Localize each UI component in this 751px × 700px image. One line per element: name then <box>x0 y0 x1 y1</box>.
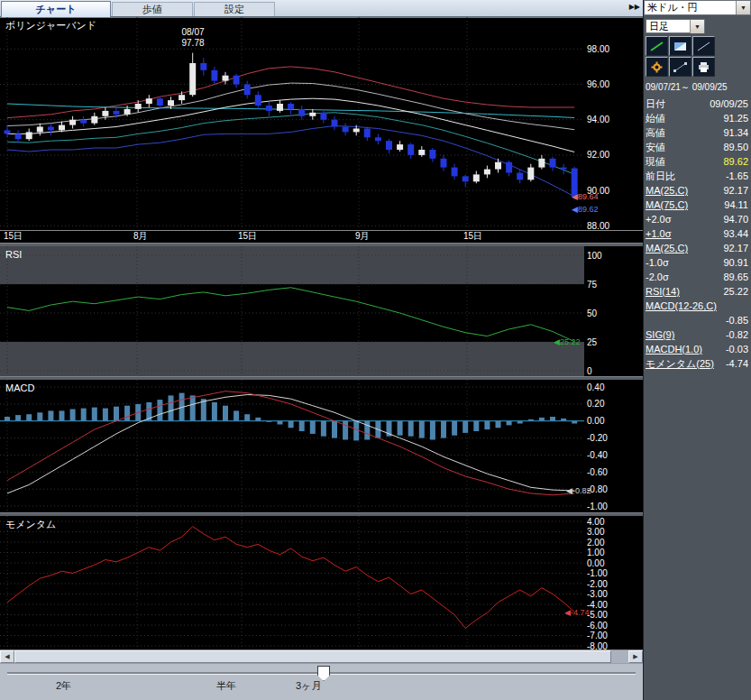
quote-value: -4.74 <box>726 356 748 371</box>
quote-value: -0.03 <box>726 342 748 356</box>
y-tick-label: 0.00 <box>587 416 605 426</box>
y-tick-label: -1.00 <box>587 568 608 578</box>
quote-row: 安値89.50 <box>644 140 751 154</box>
quote-row: +2.0σ94.70 <box>644 212 751 226</box>
y-tick-label: -1.00 <box>587 502 608 511</box>
rsi-chart[interactable]: 1007550250◀25.22RSI <box>0 246 643 377</box>
quote-row: MACD(12-26,C) <box>644 299 751 313</box>
quote-value: 89.62 <box>723 154 748 169</box>
quote-label[interactable]: MACDH(1.0) <box>646 342 702 356</box>
quote-value: 09/09/25 <box>710 97 748 111</box>
trendline-tool-button[interactable] <box>646 36 668 56</box>
period-label[interactable]: 2年 <box>56 679 71 693</box>
chevron-down-icon[interactable]: ▼ <box>690 20 704 33</box>
diagonal-line-icon <box>673 61 688 73</box>
scroll-right-icon[interactable]: ▶ <box>628 650 643 663</box>
x-axis-labels: 15日8月15日9月15日 <box>0 230 643 243</box>
quote-label[interactable]: RSI(14) <box>646 284 680 299</box>
quote-label: 安値 <box>646 140 665 154</box>
scrollbar-thumb[interactable] <box>14 650 611 663</box>
timeframe-select[interactable]: 日足 ▼ <box>646 19 705 33</box>
horizontal-scrollbar[interactable]: ◀ ▶ <box>0 649 643 663</box>
scroll-left-icon[interactable]: ◀ <box>0 650 14 663</box>
tab-bar: チャート 歩値 設定 ▶▶ <box>0 0 643 17</box>
scrollbar-track[interactable] <box>611 650 628 663</box>
peak-date-annotation: 08/07 <box>181 27 204 37</box>
y-tick-label: 3.00 <box>587 527 605 537</box>
y-tick-label: -4.00 <box>587 599 608 609</box>
tab-settings[interactable]: 設定 <box>194 2 275 16</box>
fx-chart-window: チャート 歩値 設定 ▶▶ 98.0096.0094.0092.0090.008… <box>0 0 751 700</box>
period-label[interactable]: 半年 <box>216 679 236 693</box>
chart-settings-button[interactable] <box>646 57 668 77</box>
quote-value: 89.50 <box>723 140 748 154</box>
quote-label: 現値 <box>646 154 665 169</box>
tab-tick[interactable]: 歩値 <box>112 2 193 16</box>
macd-histogram <box>5 393 577 441</box>
quote-value: 91.34 <box>723 125 748 140</box>
quote-row: -0.85 <box>644 313 751 327</box>
fast-forward-icon[interactable]: ▶▶ <box>629 3 640 12</box>
x-axis-tick-label: 9月 <box>355 231 370 242</box>
paint-icon <box>673 41 688 52</box>
line-icon <box>696 41 711 52</box>
quote-row: モメンタム(25)-4.74 <box>644 356 751 371</box>
quote-label[interactable]: MACD(12-26,C) <box>646 299 717 313</box>
panel-title: MACD <box>5 382 34 393</box>
chevron-down-icon[interactable]: ▼ <box>736 1 750 14</box>
timeframe-select-value: 日足 <box>646 20 690 33</box>
quote-label: +2.0σ <box>646 212 672 226</box>
momentum-chart[interactable]: 4.003.002.001.000.00-1.00-2.00-3.00-4.00… <box>0 516 643 649</box>
panel-title: RSI <box>5 249 22 260</box>
quote-label[interactable]: MA(25,C) <box>646 241 688 255</box>
last-value-marker: ◀25.22 <box>554 336 580 345</box>
quote-value: -0.85 <box>726 313 748 327</box>
quote-label: -1.0σ <box>646 255 669 270</box>
period-label[interactable]: 3ヶ月 <box>296 679 321 693</box>
y-tick-label: 50 <box>587 308 598 318</box>
paint-tool-button[interactable] <box>669 36 691 56</box>
y-tick-label: 92.00 <box>587 150 609 160</box>
quote-value: 25.22 <box>723 284 748 299</box>
y-tick-label: 96.00 <box>587 79 609 89</box>
x-axis-tick-label: 15日 <box>463 231 482 242</box>
quote-value: 92.17 <box>723 183 748 198</box>
panel-title: ボリンジャーバンド <box>5 20 96 31</box>
quote-label[interactable]: MA(25,C) <box>646 183 688 198</box>
series-line <box>7 526 574 628</box>
quote-label[interactable]: MA(75,C) <box>646 198 688 212</box>
quote-table: 日付09/09/25始値91.25高値91.34安値89.50現値89.62前日… <box>644 97 751 371</box>
quote-label[interactable]: モメンタム(25) <box>646 356 714 371</box>
tab-chart[interactable]: チャート <box>1 1 111 17</box>
symbol-select[interactable]: 米ドル・円 ▼ <box>644 0 751 15</box>
trendline-icon <box>649 41 664 52</box>
y-tick-label: -0.40 <box>587 450 608 460</box>
quote-value: 92.17 <box>723 241 748 255</box>
quote-row: SIG(9)-0.82 <box>644 327 751 342</box>
diagonal-line-tool-button[interactable] <box>669 57 691 77</box>
quote-label[interactable]: SIG(9) <box>646 327 674 342</box>
y-tick-label: 100 <box>587 250 602 260</box>
symbol-select-value: 米ドル・円 <box>645 1 736 14</box>
settings-gear-icon <box>649 61 664 73</box>
x-axis-tick-label: 15日 <box>238 231 257 242</box>
date-range-label: 09/07/21～ 09/09/25 <box>644 77 751 97</box>
print-button[interactable] <box>692 57 715 77</box>
quote-row: MA(75,C)94.11 <box>644 198 751 212</box>
quote-value: 93.44 <box>723 226 748 241</box>
x-axis-tick-label: 8月 <box>133 231 148 242</box>
quote-label: 始値 <box>646 111 665 125</box>
y-tick-label: 94.00 <box>587 115 609 124</box>
x-axis-tick-label: 15日 <box>4 231 23 242</box>
macd-chart[interactable]: 0.400.200.00-0.20-0.40-0.60-0.80-1.00◀-0… <box>0 380 643 511</box>
quote-label[interactable]: +1.0σ <box>646 226 672 241</box>
y-tick-label: 0.40 <box>587 382 605 392</box>
series-line <box>7 287 574 341</box>
quote-row: 高値91.34 <box>644 125 751 140</box>
quote-row: -1.0σ90.91 <box>644 255 751 270</box>
quote-row: 始値91.25 <box>644 111 751 125</box>
bollinger-chart[interactable]: 98.0096.0094.0092.0090.0088.0008/0797.78… <box>0 17 643 230</box>
quote-row: RSI(14)25.22 <box>644 284 751 299</box>
last-value-marker: ◀-0.82 <box>566 486 591 495</box>
line-tool-button[interactable] <box>692 36 715 56</box>
